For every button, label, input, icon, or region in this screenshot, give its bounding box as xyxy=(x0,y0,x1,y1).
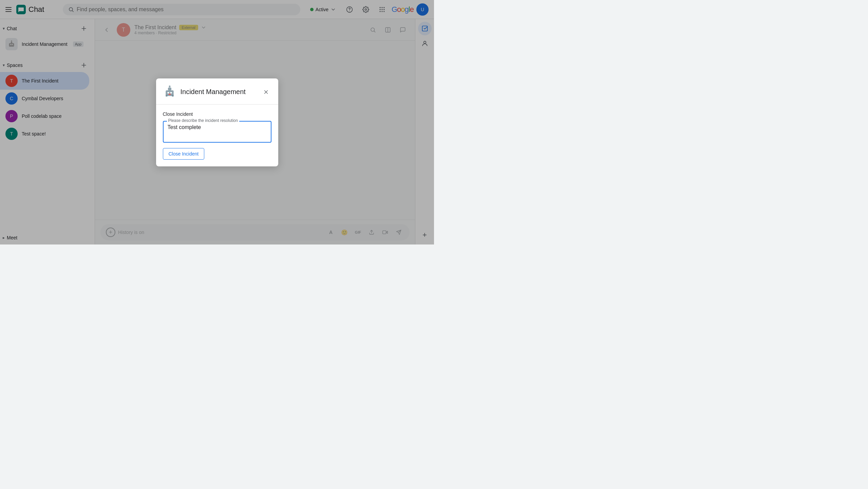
svg-rect-44 xyxy=(168,94,171,95)
svg-point-41 xyxy=(169,85,170,87)
incident-management-modal: Incident Management Close Incident Pleas… xyxy=(156,78,278,166)
svg-rect-42 xyxy=(166,95,167,96)
svg-point-46 xyxy=(171,89,172,90)
svg-rect-38 xyxy=(170,92,172,93)
svg-point-45 xyxy=(167,89,168,90)
incident-resolution-field-label: Please describe the incident resolution xyxy=(167,118,239,123)
svg-rect-39 xyxy=(168,87,171,90)
close-incident-button[interactable]: Close Incident xyxy=(163,148,205,160)
robot-icon xyxy=(163,85,176,99)
modal-header: Incident Management xyxy=(156,78,278,105)
svg-rect-37 xyxy=(167,92,169,93)
modal-title: Incident Management xyxy=(181,88,257,96)
modal-close-button[interactable] xyxy=(261,87,271,97)
modal-section-title: Close Incident xyxy=(163,111,271,117)
incident-resolution-textarea[interactable] xyxy=(168,124,267,138)
incident-resolution-field-wrapper: Please describe the incident resolution xyxy=(163,121,271,143)
svg-rect-43 xyxy=(172,95,173,96)
modal-body: Close Incident Please describe the incid… xyxy=(156,105,278,166)
modal-overlay: Incident Management Close Incident Pleas… xyxy=(0,0,434,244)
